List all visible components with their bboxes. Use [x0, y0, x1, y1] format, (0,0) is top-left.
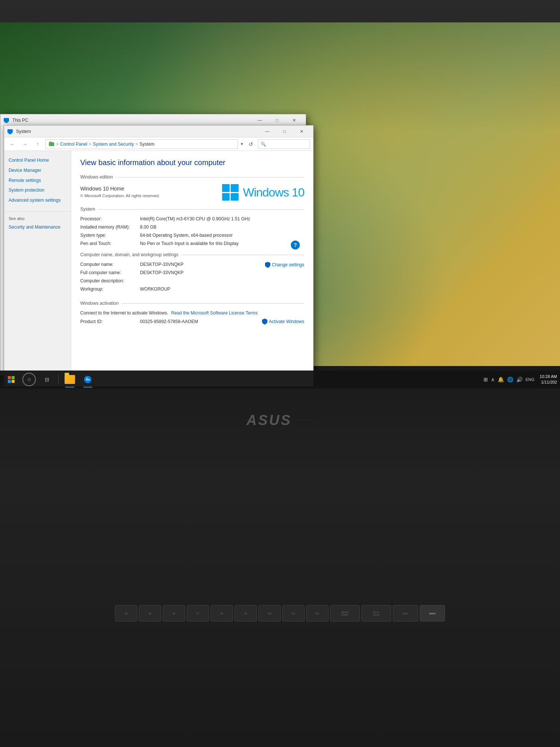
address-dropdown-arrow[interactable]: ▼ — [240, 142, 244, 146]
refresh-button[interactable]: ↺ — [246, 139, 256, 149]
eng-label[interactable]: ENG — [526, 377, 535, 382]
file-explorer-icon — [65, 375, 75, 384]
help-button[interactable]: ? — [291, 241, 300, 249]
workgroup-value: WORKGROUP — [140, 286, 265, 292]
system-divider-line — [98, 209, 304, 210]
activation-connect-row: Connect to the Internet to activate Wind… — [80, 310, 304, 316]
activation-divider-line — [122, 303, 304, 304]
key-insert[interactable]: inser — [393, 605, 418, 622]
windows-10-text: Windows 10 — [243, 186, 304, 199]
system-clock[interactable]: 10:28 AM 1/11/202 — [540, 374, 557, 385]
breadcrumb-system: System — [140, 142, 155, 147]
taskbar-divider-1 — [58, 374, 59, 385]
see-also-section: See also Security and Maintenance — [4, 211, 71, 232]
computer-name-section-label: Computer name, domain, and workgroup set… — [80, 252, 178, 257]
license-link[interactable]: Read the Microsoft Software License Term… — [171, 310, 258, 316]
key-f4[interactable]: f4 — [115, 605, 137, 622]
breadcrumb-bar[interactable]: > Control Panel > System and Security > … — [45, 139, 238, 149]
tray-grid-icon[interactable]: ⊞ — [483, 376, 488, 382]
computer-name-label: Computer name: — [80, 262, 140, 267]
win-logo-tile-1 — [222, 184, 230, 192]
system-maximize-button[interactable]: □ — [276, 125, 293, 137]
windows-edition-area: Windows 10 Home © Microsoft Corporation.… — [80, 184, 304, 201]
edge-taskbar-icon[interactable] — [80, 371, 96, 388]
this-pc-window-icon — [3, 117, 9, 123]
processor-row: Processor: Intel(R) Core(TM) m3-6Y30 CPU… — [80, 216, 304, 221]
edition-divider-line — [116, 177, 304, 177]
sidebar-item-remote-settings[interactable]: Remote settings — [4, 176, 71, 186]
breadcrumb-sep3: > — [136, 142, 138, 147]
key-f9[interactable]: f9 — [234, 605, 257, 622]
full-computer-name-value: DESKTOP-33VNQKP — [140, 270, 265, 275]
sidebar-item-advanced-system-settings[interactable]: Advanced system settings — [4, 195, 71, 205]
breadcrumb-system-security[interactable]: System and Security — [93, 142, 134, 147]
this-pc-close-button[interactable]: ✕ — [286, 114, 303, 126]
system-close-button[interactable]: ✕ — [293, 125, 310, 137]
key-delete[interactable]: delet — [420, 605, 445, 622]
sidebar-item-security-maintenance[interactable]: Security and Maintenance — [4, 222, 71, 232]
taskbar-left: ○ ⊟ — [0, 371, 483, 388]
file-explorer-taskbar-icon[interactable] — [62, 371, 78, 388]
activate-shield-icon — [262, 319, 267, 325]
up-button[interactable]: ↑ — [32, 139, 43, 149]
system-window-icon — [7, 128, 13, 134]
this-pc-title-bar: This PC — □ ✕ — [0, 114, 306, 126]
ram-row: Installed memory (RAM): 8.00 GB — [80, 224, 304, 230]
pen-touch-row: Pen and Touch: No Pen or Touch Input is … — [80, 241, 304, 246]
win-logo-tile-3 — [222, 193, 230, 201]
forward-button[interactable]: → — [20, 139, 30, 149]
windows-edition-divider: Windows edition — [80, 174, 304, 180]
edition-name: Windows 10 Home — [80, 186, 215, 192]
volume-icon[interactable]: 🔊 — [516, 376, 523, 382]
key-pause-break[interactable]: pausebreak — [330, 605, 360, 622]
sidebar-item-device-manager[interactable]: Device Manager — [4, 165, 71, 176]
search-button[interactable]: ○ — [22, 373, 36, 386]
change-settings-link[interactable]: Change settings — [265, 262, 304, 268]
address-bar: ← → ↑ > Control Panel > System and Secur… — [4, 137, 313, 151]
network-icon[interactable]: 🌐 — [507, 376, 513, 382]
svg-rect-5 — [8, 134, 12, 134]
keyboard-area: f4 f5 f6 f7 f8 f9 f10 f11 — [19, 605, 541, 710]
tray-chevron-icon[interactable]: ∧ — [491, 376, 495, 382]
product-id-label: Product ID: — [80, 319, 140, 324]
system-minimize-button[interactable]: — — [259, 125, 276, 137]
task-view-button[interactable]: ⊟ — [39, 371, 55, 388]
this-pc-minimize-button[interactable]: — — [251, 114, 268, 126]
key-f11[interactable]: f11 — [282, 605, 305, 622]
key-f10[interactable]: f10 — [258, 605, 281, 622]
this-pc-maximize-button[interactable]: □ — [268, 114, 286, 126]
file-explorer-active-indicator — [65, 387, 74, 388]
asus-logo: ASUS — [243, 411, 317, 433]
sidebar-item-system-protection[interactable]: System protection — [4, 185, 71, 195]
breadcrumb-control-panel[interactable]: Control Panel — [60, 142, 87, 147]
clock-date: 1/11/202 — [540, 379, 557, 385]
windows-logo-area: Windows 10 — [222, 184, 304, 201]
key-prt-sc[interactable]: prt scsysrq — [361, 605, 391, 622]
key-f7[interactable]: f7 — [187, 605, 209, 622]
key-f12[interactable]: f12 — [306, 605, 329, 622]
key-f6[interactable]: f6 — [163, 605, 185, 622]
processor-value: Intel(R) Core(TM) m3-6Y30 CPU @ 0.90GHz … — [140, 216, 304, 221]
back-button[interactable]: ← — [7, 139, 18, 149]
page-title: View basic information about your comput… — [80, 158, 304, 167]
start-button[interactable] — [3, 371, 19, 388]
this-pc-title-text: This PC — [12, 118, 251, 123]
computer-description-value — [140, 278, 265, 283]
taskbar: ○ ⊟ ⊞ ∧ 🔔 — [0, 371, 560, 388]
notification-icon[interactable]: 🔔 — [498, 376, 504, 382]
activate-windows-link[interactable]: Activate Windows — [262, 319, 304, 325]
edge-icon — [83, 375, 92, 384]
key-f8[interactable]: f8 — [211, 605, 233, 622]
key-f5[interactable]: f5 — [139, 605, 161, 622]
svg-rect-10 — [8, 380, 11, 383]
svg-rect-11 — [12, 380, 15, 383]
change-settings-area: Change settings — [265, 262, 304, 268]
sidebar-item-control-panel-home[interactable]: Control Panel Home — [4, 155, 71, 165]
see-also-title: See also — [4, 215, 71, 222]
laptop-bottom: ASUS f4 f5 f6 f7 f8 f9 — [0, 366, 560, 747]
search-bar[interactable]: 🔍 — [258, 139, 310, 149]
function-key-row: f4 f5 f6 f7 f8 f9 f10 f11 — [19, 605, 541, 622]
activation-divider: Windows activation — [80, 301, 304, 306]
svg-rect-9 — [12, 376, 15, 379]
svg-rect-3 — [7, 129, 13, 133]
